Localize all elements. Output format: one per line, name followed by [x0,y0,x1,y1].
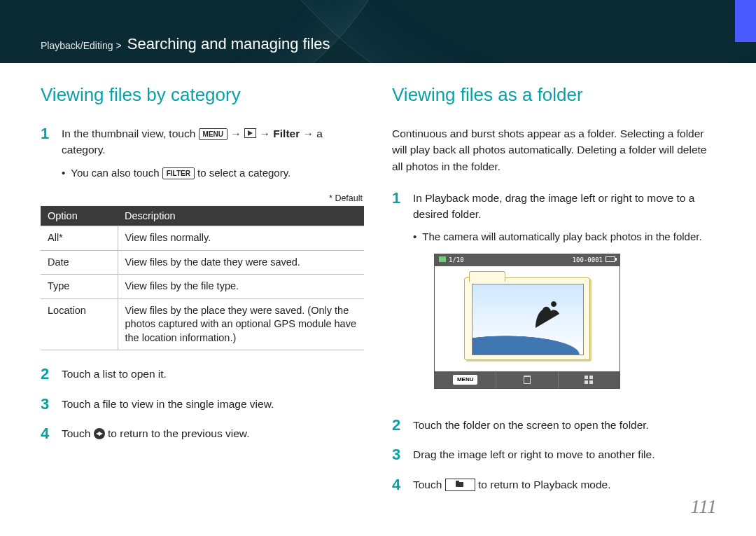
snowboarder-icon [530,298,565,334]
cam-menu-button[interactable]: MENU [435,371,496,388]
step1r-bullet: The camera will automatically play back … [413,229,715,245]
opt-cell: Type [41,275,118,299]
step1-arrow-1: → [230,128,244,139]
folder-thumbnail [464,277,590,360]
desc-cell: View files by the date they were saved. [118,250,364,275]
breadcrumb: Playback/Editing > [41,40,122,51]
breadcrumb-title: Playback/Editing > Searching and managin… [41,35,330,53]
back-icon [94,428,105,439]
camera-toolbar: MENU [435,371,620,388]
left-column: Viewing files by category 1 In the thumb… [41,84,364,506]
step4-b: to return to the previous view. [108,427,249,439]
step-4-left: 4 Touch to return to the previous view. [41,425,364,442]
content-columns: Viewing files by category 1 In the thumb… [41,84,715,506]
step-number: 1 [41,125,53,181]
opt-cell: All* [41,226,118,251]
step-1-right: 1 In Playback mode, drag the image left … [392,190,715,405]
step2-text: Touch a list to open it. [62,366,364,383]
header-banner: Playback/Editing > Searching and managin… [0,0,756,63]
play-icon [244,128,256,138]
desc-cell: View files normally. [118,226,364,251]
step1-bullet: You can also touch FILTER to select a ca… [62,165,364,181]
bullet1-a: You can also touch [71,167,162,179]
picture-icon [439,256,446,262]
desc-cell: View files by the place they were saved.… [118,298,364,350]
step2r-text: Touch the folder on the screen to open t… [413,417,715,434]
filter-word: Filter [273,128,300,139]
intro-paragraph: Continuous and burst shots appear as a f… [392,125,715,174]
opt-cell: Location [41,298,118,350]
cam-counter: 1/10 [449,256,464,263]
folder-icon [454,480,466,490]
step4r-b: to return to Playback mode. [478,479,611,490]
step-3-right: 3 Drag the image left or right to move t… [392,446,715,463]
desc-cell: View files by the file type. [118,275,364,299]
step-4-right: 4 Touch to return to Playback mode. [392,476,715,493]
manual-page: Playback/Editing > Searching and managin… [0,0,756,536]
step-number: 4 [41,425,53,442]
step-number: 2 [392,417,405,434]
step-number: 1 [392,190,405,405]
step4r-a: Touch [413,479,445,490]
step-2-left: 2 Touch a list to open it. [41,366,364,383]
trash-icon [524,376,531,384]
step-2-right: 2 Touch the folder on the screen to open… [392,417,715,434]
step1-arrow-2: → [259,128,273,139]
step-1-left: 1 In the thumbnail view, touch MENU → → … [41,125,364,181]
folder-button [445,479,475,491]
grid-icon [584,376,593,384]
camera-screenshot: 1/10 100-0001 [434,254,620,390]
section-heading-left: Viewing files by category [41,84,364,106]
table-row: All* View files normally. [41,226,364,251]
th-option: Option [41,206,118,226]
cam-menu-label: MENU [453,375,478,385]
photo-thumbnail [472,284,584,355]
hill-shape [472,321,583,355]
step-number: 3 [41,396,53,413]
camera-statusbar: 1/10 100-0001 [435,254,620,267]
table-row: Date View files by the date they were sa… [41,250,364,275]
options-table: Option Description All* View files norma… [41,206,364,350]
section-tab [735,0,756,42]
th-description: Description [118,206,364,226]
step3r-text: Drag the image left or right to move to … [413,446,715,463]
step-number: 3 [392,446,405,463]
opt-cell: Date [41,250,118,275]
cam-thumbnail-button[interactable] [559,371,620,388]
menu-button-label: MENU [199,128,227,140]
table-row: Type View files by the file type. [41,275,364,299]
page-title: Searching and managing files [127,35,330,53]
step4-a: Touch [62,427,94,439]
default-note: * Default [41,193,363,203]
battery-icon [606,256,615,262]
cam-delete-button[interactable] [496,371,558,388]
filter-button-label: FILTER [162,167,195,179]
cam-fileno: 100-0001 [573,256,603,263]
table-row: Location View files by the place they we… [41,298,364,350]
camera-body [435,266,620,371]
right-column: Viewing files as a folder Continuous and… [392,84,715,506]
step-number: 2 [41,366,53,383]
bullet1r-text: The camera will automatically play back … [422,229,701,245]
step1r-text: In Playback mode, drag the image left or… [413,192,694,220]
step1-text-a: In the thumbnail view, touch [62,128,199,139]
page-number: 111 [690,495,717,518]
step3-text: Touch a file to view in the single image… [62,396,364,413]
section-heading-right: Viewing files as a folder [392,84,715,106]
step-number: 4 [392,476,405,493]
bullet1-b: to select a category. [197,167,290,179]
step-3-left: 3 Touch a file to view in the single ima… [41,396,364,413]
